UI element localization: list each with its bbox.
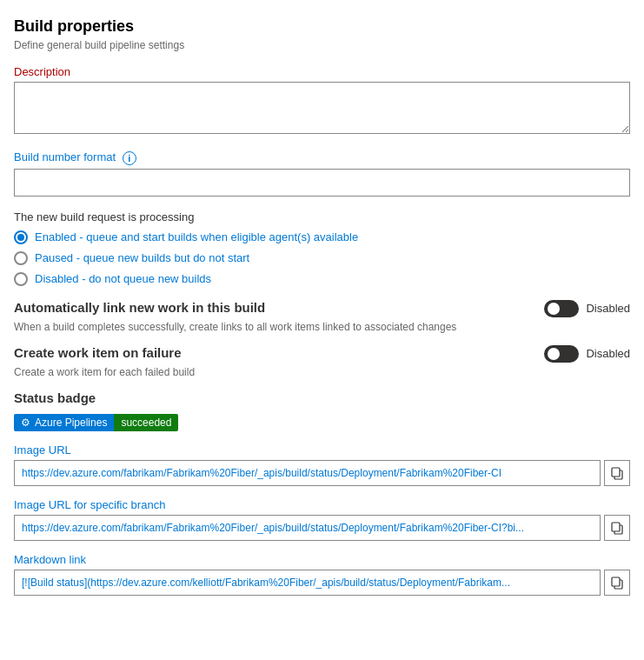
markdown-link-label: Markdown link: [14, 553, 630, 566]
build-number-format-input[interactable]: [14, 169, 630, 197]
image-url-copy-button[interactable]: [604, 460, 630, 486]
radio-paused[interactable]: Paused - queue new builds but do not sta…: [14, 251, 630, 265]
image-url-branch-copy-button[interactable]: [604, 515, 630, 541]
info-icon[interactable]: i: [123, 151, 136, 165]
radio-disabled[interactable]: Disabled - do not queue new builds: [14, 272, 630, 286]
badge-succeeded: succeeded: [114, 414, 178, 431]
work-item-toggle-container: Disabled: [544, 345, 630, 363]
radio-group: Enabled - queue and start builds when el…: [14, 230, 630, 286]
svg-rect-5: [612, 577, 620, 586]
markdown-link-row: [![Build status](https://dev.azure.com/k…: [14, 570, 630, 596]
badge-azure-text: Azure Pipelines: [35, 417, 107, 429]
build-number-format-section: Build number format i: [14, 150, 630, 197]
work-item-section: Create work item on failure Disabled Cre…: [14, 345, 630, 378]
description-label: Description: [14, 65, 630, 78]
work-item-subtitle: Create a work item for each failed build: [14, 366, 630, 378]
auto-link-title: Automatically link new work in this buil…: [14, 300, 265, 315]
auto-link-section: Automatically link new work in this buil…: [14, 300, 630, 333]
svg-rect-1: [612, 468, 620, 477]
azure-pipelines-icon: ⚙: [21, 417, 30, 429]
description-input[interactable]: [14, 82, 630, 134]
markdown-link-value: [![Build status](https://dev.azure.com/k…: [22, 577, 510, 589]
badge-azure: ⚙ Azure Pipelines: [14, 414, 114, 431]
copy-icon: [610, 466, 624, 480]
work-item-toggle-label: Disabled: [586, 347, 630, 360]
page-title: Build properties: [14, 17, 630, 36]
radio-paused-label: Paused - queue new builds but do not sta…: [35, 251, 249, 264]
auto-link-row: Automatically link new work in this buil…: [14, 300, 630, 317]
radio-enabled-label: Enabled - queue and start builds when el…: [35, 230, 358, 243]
build-number-format-label: Build number format i: [14, 150, 630, 165]
page-subtitle: Define general build pipeline settings: [14, 39, 630, 51]
image-url-branch-row: https://dev.azure.com/fabrikam/Fabrikam%…: [14, 515, 630, 541]
status-badge-title: Status badge: [14, 390, 630, 405]
radio-disabled-label: Disabled - do not queue new builds: [35, 272, 211, 285]
markdown-link-input[interactable]: [![Build status](https://dev.azure.com/k…: [14, 570, 601, 596]
copy-icon-2: [610, 521, 624, 535]
image-url-branch-label: Image URL for specific branch: [14, 498, 630, 511]
image-url-value: https://dev.azure.com/fabrikam/Fabrikam%…: [22, 467, 501, 479]
image-url-input[interactable]: https://dev.azure.com/fabrikam/Fabrikam%…: [14, 460, 601, 486]
image-url-label: Image URL: [14, 443, 630, 457]
radio-enabled-circle: [14, 230, 28, 244]
image-url-branch-input[interactable]: https://dev.azure.com/fabrikam/Fabrikam%…: [14, 515, 601, 541]
radio-enabled[interactable]: Enabled - queue and start builds when el…: [14, 230, 630, 244]
svg-rect-3: [612, 523, 620, 531]
auto-link-toggle-label: Disabled: [586, 302, 630, 315]
auto-link-subtitle: When a build completes successfully, cre…: [14, 321, 630, 333]
page-header: Build properties Define general build pi…: [14, 17, 630, 51]
auto-link-toggle-container: Disabled: [544, 300, 630, 317]
image-url-branch-value: https://dev.azure.com/fabrikam/Fabrikam%…: [22, 522, 524, 534]
status-badge-section: Status badge ⚙ Azure Pipelines succeeded…: [14, 390, 630, 596]
work-item-toggle[interactable]: [544, 345, 579, 363]
copy-icon-3: [610, 576, 624, 590]
work-item-row: Create work item on failure Disabled: [14, 345, 630, 363]
badge-succeeded-text: succeeded: [121, 417, 171, 429]
radio-disabled-circle: [14, 272, 28, 286]
badge-display: ⚙ Azure Pipelines succeeded: [14, 414, 178, 431]
work-item-title: Create work item on failure: [14, 345, 182, 360]
auto-link-toggle[interactable]: [544, 300, 579, 317]
markdown-link-copy-button[interactable]: [604, 570, 630, 596]
processing-text: The new build request is processing: [14, 210, 630, 223]
image-url-row: https://dev.azure.com/fabrikam/Fabrikam%…: [14, 460, 630, 486]
description-section: Description: [14, 65, 630, 137]
radio-paused-circle: [14, 251, 28, 265]
